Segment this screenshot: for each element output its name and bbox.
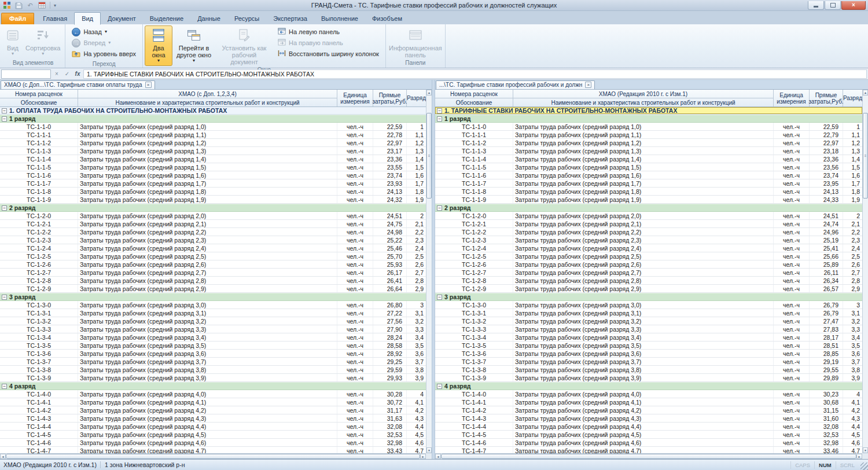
undo-icon[interactable]: ↶ — [25, 1, 35, 10]
work-name-cell[interactable]: Затраты труда рабочих (средний разряд 4,… — [513, 447, 774, 453]
unit-cell[interactable]: чел.-ч — [774, 285, 810, 292]
direct-cost-cell[interactable]: 26,80 — [373, 301, 407, 309]
work-name-cell[interactable]: Затраты труда рабочих (средний разряд 3,… — [78, 358, 337, 365]
direct-cost-cell[interactable]: 26,41 — [373, 277, 407, 284]
direct-cost-cell[interactable]: 28,58 — [373, 342, 407, 349]
direct-cost-cell[interactable]: 32,98 — [373, 439, 407, 446]
view-button[interactable]: Вид ▾ — [3, 25, 23, 59]
direct-cost-cell[interactable]: 30,68 — [810, 398, 843, 406]
direct-cost-cell[interactable]: 29,93 — [373, 374, 407, 381]
direct-cost-cell[interactable]: 24,13 — [373, 188, 407, 195]
rate-code-cell[interactable]: ТС-1-2-0 — [435, 212, 513, 219]
header-col-direct-cost[interactable]: Прямые затраты,Руб. — [373, 90, 407, 107]
razryad-cell[interactable]: 2,8 — [407, 277, 426, 284]
rate-code-cell[interactable]: ТС-1-1-7 — [435, 179, 513, 187]
table-row[interactable]: ТС-1-2-6Затраты труда рабочих (средний р… — [0, 260, 426, 269]
header-col-rate-numbers[interactable]: Номера расценок Обоснование — [0, 90, 78, 107]
unit-cell[interactable]: чел.-ч — [774, 269, 810, 276]
table-row[interactable]: ТС-1-1-2Затраты труда рабочих (средний р… — [0, 139, 426, 147]
work-name-cell[interactable]: Затраты труда рабочих (средний разряд 3,… — [513, 325, 774, 333]
direct-cost-cell[interactable]: 23,93 — [373, 179, 407, 187]
work-name-cell[interactable]: Затраты труда рабочих (средний разряд 2,… — [513, 220, 774, 227]
direct-cost-cell[interactable]: 26,34 — [810, 277, 843, 284]
unit-cell[interactable]: чел.-ч — [337, 350, 373, 357]
unit-cell[interactable]: чел.-ч — [774, 423, 810, 430]
rate-code-cell[interactable]: ТС-1-2-0 — [0, 212, 78, 219]
razryad-cell[interactable]: 3,9 — [407, 374, 426, 381]
info-panel-button[interactable]: Информационная панель — [388, 25, 443, 59]
rate-code-cell[interactable]: ТС-1-4-1 — [0, 398, 78, 406]
collapse-icon[interactable]: − — [2, 108, 7, 113]
razryad-cell[interactable]: 4,7 — [843, 447, 862, 453]
tab-execution[interactable]: Выполнение — [314, 13, 365, 24]
unit-cell[interactable]: чел.-ч — [774, 439, 810, 446]
section-row[interactable]: −1. ОПЛАТА ТРУДА РАБОЧИХ НА СТРОИТЕЛЬНО-… — [0, 107, 426, 115]
work-name-cell[interactable]: Затраты труда рабочих (средний разряд 2,… — [78, 260, 337, 268]
unit-cell[interactable]: чел.-ч — [774, 147, 810, 155]
direct-cost-cell[interactable]: 25,89 — [810, 260, 843, 268]
razryad-cell[interactable]: 2,1 — [407, 220, 426, 227]
table-row[interactable]: ТС-1-3-2Затраты труда рабочих (средний р… — [0, 317, 426, 325]
direct-cost-cell[interactable]: 24,51 — [810, 212, 843, 219]
work-name-cell[interactable]: Затраты труда рабочих (средний разряд 3,… — [513, 317, 774, 325]
razryad-cell[interactable]: 4,5 — [843, 431, 862, 438]
work-name-cell[interactable]: Затраты труда рабочих (средний разряд 1,… — [78, 147, 337, 155]
tab-data[interactable]: Данные — [190, 13, 227, 24]
rate-code-cell[interactable]: ТС-1-4-2 — [0, 406, 78, 414]
work-name-cell[interactable]: Затраты труда рабочих (средний разряд 2,… — [513, 260, 774, 268]
scroll-left-icon[interactable]: ◄ — [435, 454, 441, 459]
rate-code-cell[interactable]: ТС-1-2-9 — [435, 285, 513, 292]
name-box[interactable] — [1, 69, 51, 79]
direct-cost-cell[interactable]: 26,64 — [373, 285, 407, 292]
direct-cost-cell[interactable]: 28,92 — [373, 350, 407, 357]
direct-cost-cell[interactable]: 29,89 — [810, 374, 843, 381]
goto-other-window-button[interactable]: Перейти в другое окно ▾ — [172, 25, 215, 66]
table-row[interactable]: ТС-1-3-3Затраты труда рабочих (средний р… — [435, 325, 862, 333]
table-row[interactable]: ТС-1-2-1Затраты труда рабочих (средний р… — [435, 220, 862, 228]
direct-cost-cell[interactable]: 26,79 — [810, 309, 843, 317]
direct-cost-cell[interactable]: 23,18 — [810, 147, 843, 155]
rate-code-cell[interactable]: ТС-1-2-8 — [435, 277, 513, 284]
rate-code-cell[interactable]: ТС-1-4-5 — [0, 431, 78, 438]
rate-code-cell[interactable]: ТС-1-3-0 — [435, 301, 513, 309]
table-row[interactable]: ТС-1-1-9Затраты труда рабочих (средний р… — [435, 196, 862, 204]
work-name-cell[interactable]: Затраты труда рабочих (средний разряд 4,… — [78, 439, 337, 446]
razryad-cell[interactable]: 2,1 — [843, 220, 862, 227]
razryad-cell[interactable]: 2,5 — [843, 252, 862, 260]
work-name-cell[interactable]: Затраты труда рабочих (средний разряд 4,… — [513, 414, 774, 422]
tab-resources[interactable]: Ресурсы — [227, 13, 266, 24]
scroll-down-icon[interactable]: ▼ — [863, 447, 868, 453]
scroll-left-icon[interactable]: ◄ — [0, 454, 6, 459]
razryad-cell[interactable]: 2,3 — [843, 236, 862, 244]
table-row[interactable]: ТС-1-3-4Затраты труда рабочих (средний р… — [435, 333, 862, 342]
up-level-button[interactable]: На уровень вверх — [70, 49, 138, 58]
unit-cell[interactable]: чел.-ч — [774, 317, 810, 325]
unit-cell[interactable]: чел.-ч — [774, 220, 810, 227]
table-row[interactable]: ТС-1-1-7Затраты труда рабочих (средний р… — [0, 179, 426, 188]
rate-code-cell[interactable]: ТС-1-1-3 — [0, 147, 78, 155]
unit-cell[interactable]: чел.-ч — [774, 325, 810, 333]
scroll-track[interactable]: ≡ — [426, 96, 432, 447]
direct-cost-cell[interactable]: 23,74 — [810, 171, 843, 179]
work-name-cell[interactable]: Затраты труда рабочих (средний разряд 3,… — [78, 333, 337, 341]
razryad-cell[interactable]: 1,1 — [843, 131, 862, 138]
razryad-group-row[interactable]: −2 разряд — [0, 204, 426, 212]
direct-cost-cell[interactable]: 22,97 — [373, 139, 407, 146]
table-row[interactable]: ТС-1-2-8Затраты труда рабочих (средний р… — [435, 277, 862, 285]
work-name-cell[interactable]: Затраты труда рабочих (средний разряд 2,… — [513, 244, 774, 252]
rate-code-cell[interactable]: ТС-1-4-0 — [0, 390, 78, 398]
table-row[interactable]: ТС-1-1-1Затраты труда рабочих (средний р… — [0, 131, 426, 139]
direct-cost-cell[interactable]: 23,95 — [810, 179, 843, 187]
rate-code-cell[interactable]: ТС-1-3-3 — [435, 325, 513, 333]
unit-cell[interactable]: чел.-ч — [774, 374, 810, 381]
rate-code-cell[interactable]: ТС-1-1-2 — [0, 139, 78, 146]
fx-icon[interactable]: fx — [73, 69, 82, 79]
rate-code-cell[interactable]: ТС-1-1-6 — [435, 171, 513, 179]
table-row[interactable]: ТС-1-4-0Затраты труда рабочих (средний р… — [0, 390, 426, 398]
table-row[interactable]: ТС-1-3-5Затраты труда рабочих (средний р… — [435, 342, 862, 350]
direct-cost-cell[interactable]: 32,53 — [373, 431, 407, 438]
tab-view[interactable]: Вид — [74, 12, 101, 25]
unit-cell[interactable]: чел.-ч — [337, 285, 373, 292]
rate-code-cell[interactable]: ТС-1-3-8 — [0, 366, 78, 373]
razryad-cell[interactable]: 3,3 — [843, 325, 862, 333]
